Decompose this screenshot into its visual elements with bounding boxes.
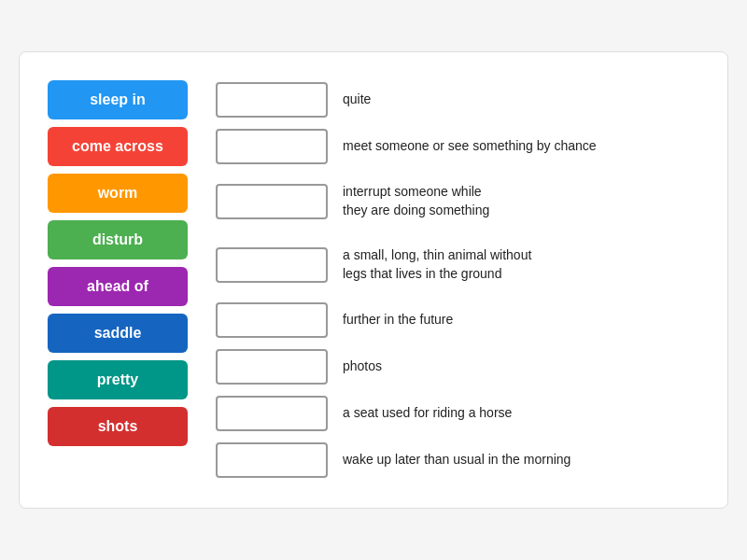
word-btn-disturb[interactable]: disturb [48,220,188,259]
answer-box-def-come-across[interactable] [216,129,328,164]
answer-box-def-disturb[interactable] [216,184,328,219]
definition-text-def-shots: photos [343,357,382,376]
definition-text-def-ahead-of: further in the future [343,311,453,329]
definitions-column: quitemeet someone or see something by ch… [216,80,699,480]
answer-box-def-quite[interactable] [216,82,328,118]
answer-box-def-saddle[interactable] [216,396,328,431]
answer-box-def-ahead-of[interactable] [216,302,328,338]
match-row-def-ahead-of: further in the future [216,301,699,340]
definition-text-def-come-across: meet someone or see something by chance [343,137,597,156]
definition-text-def-worm: a small, long, thin animal without legs … [343,246,531,283]
match-row-def-quite: quite [216,80,699,119]
definition-text-def-sleep-in: wake up later than usual in the morning [343,451,571,469]
answer-box-def-shots[interactable] [216,349,328,385]
match-row-def-sleep-in: wake up later than usual in the morning [216,441,699,480]
word-btn-saddle[interactable]: saddle [48,314,188,353]
definition-text-def-saddle: a seat used for riding a horse [343,404,512,423]
word-btn-worm[interactable]: worm [48,174,188,213]
word-btn-pretty[interactable]: pretty [48,360,188,399]
match-row-def-come-across: meet someone or see something by chance [216,127,699,166]
definition-text-def-disturb: interrupt someone while they are doing s… [343,183,489,219]
definition-text-def-quite: quite [343,91,371,109]
matching-exercise: sleep income acrosswormdisturbahead ofsa… [19,51,728,509]
answer-box-def-sleep-in[interactable] [216,442,328,478]
answer-box-def-worm[interactable] [216,247,328,283]
match-row-def-worm: a small, long, thin animal without legs … [216,237,699,293]
match-row-def-shots: photos [216,347,699,386]
word-btn-shots[interactable]: shots [48,407,188,446]
match-row-def-saddle: a seat used for riding a horse [216,394,699,433]
words-column: sleep income acrosswormdisturbahead ofsa… [48,80,188,446]
word-btn-sleep-in[interactable]: sleep in [48,80,188,119]
word-btn-come-across[interactable]: come across [48,127,188,166]
match-row-def-disturb: interrupt someone while they are doing s… [216,174,699,230]
word-btn-ahead-of[interactable]: ahead of [48,267,188,306]
